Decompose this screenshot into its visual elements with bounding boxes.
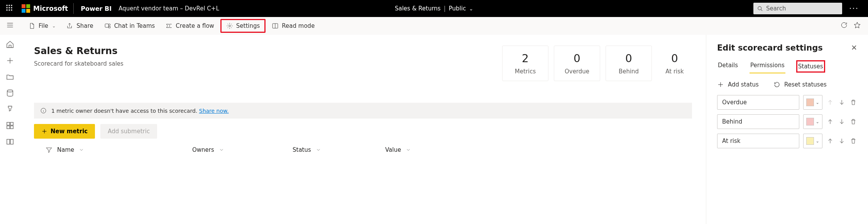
move-down-button[interactable]: [838, 118, 846, 126]
status-color-picker[interactable]: ⌄: [803, 95, 822, 110]
tile-label: At risk: [665, 68, 684, 75]
status-name-input[interactable]: Overdue: [717, 95, 799, 110]
add-submetric-label: Add submetric: [108, 128, 150, 135]
create-nav[interactable]: [6, 56, 14, 65]
favorite-button[interactable]: [853, 21, 861, 31]
tile-value: 2: [522, 52, 529, 65]
flow-icon: [166, 22, 173, 29]
col-value[interactable]: Value: [385, 146, 401, 153]
col-status[interactable]: Status: [293, 146, 311, 153]
chevron-down-icon: ⌄: [52, 24, 56, 29]
tile-value: 0: [625, 52, 632, 65]
ms-brand: Microsoft: [33, 5, 68, 12]
chevron-down-icon[interactable]: [79, 147, 84, 153]
filter-icon[interactable]: [46, 146, 52, 153]
datahub-nav[interactable]: [6, 89, 14, 97]
status-color-picker[interactable]: ⌄: [803, 134, 822, 148]
readmode-icon: [272, 22, 279, 29]
move-up-button: [826, 98, 834, 106]
svg-line-10: [761, 9, 762, 11]
tile-atrisk[interactable]: 0 At risk: [657, 46, 692, 81]
tile-label: Behind: [619, 68, 639, 75]
nav-toggle[interactable]: [6, 21, 14, 31]
report-title: Sales & Returns: [395, 5, 441, 12]
workspace-breadcrumb[interactable]: Aquent vendor team – DevRel C+L: [118, 5, 219, 12]
plus-icon: [41, 128, 47, 134]
svg-point-9: [758, 6, 761, 10]
status-name-input[interactable]: At risk: [717, 134, 799, 148]
more-options[interactable]: ···: [849, 4, 859, 13]
create-flow-button[interactable]: Create a flow: [161, 20, 218, 32]
move-up-button[interactable]: [826, 137, 834, 145]
svg-rect-4: [9, 7, 10, 8]
left-nav-rail: [0, 35, 20, 224]
svg-rect-25: [10, 126, 13, 129]
svg-rect-1: [9, 5, 10, 6]
tab-details[interactable]: Details: [717, 60, 739, 73]
svg-point-15: [108, 24, 110, 26]
apps-nav[interactable]: [6, 121, 14, 130]
read-mode-button[interactable]: Read mode: [267, 20, 319, 32]
delete-status-button[interactable]: [849, 137, 857, 145]
search-icon: [757, 6, 763, 12]
col-name[interactable]: Name: [57, 146, 74, 153]
teams-icon: [104, 22, 111, 29]
reset-icon: [773, 81, 780, 88]
add-status-button[interactable]: Add status: [717, 81, 759, 88]
flow-label: Create a flow: [176, 22, 214, 29]
tile-value: 0: [671, 52, 678, 65]
metrics-table-header: Name Owners Status Value: [34, 146, 692, 153]
product-name[interactable]: Power BI: [74, 5, 118, 12]
svg-rect-6: [7, 10, 8, 11]
browse-nav[interactable]: [6, 73, 14, 81]
share-button[interactable]: Share: [62, 20, 98, 32]
share-now-link[interactable]: Share now.: [199, 108, 229, 114]
ms-logo-icon: [22, 4, 30, 13]
refresh-button[interactable]: [840, 21, 848, 31]
col-owners[interactable]: Owners: [192, 146, 214, 153]
tab-statuses[interactable]: Statuses: [796, 60, 825, 73]
move-down-button[interactable]: [838, 137, 846, 145]
tab-permissions[interactable]: Permissions: [750, 60, 785, 73]
svg-rect-14: [105, 24, 108, 27]
reset-statuses-button[interactable]: Reset statuses: [773, 81, 827, 88]
chevron-down-icon[interactable]: [219, 147, 224, 153]
file-menu[interactable]: File ⌄: [24, 20, 60, 32]
chevron-down-icon: ⌄: [469, 6, 473, 12]
learn-nav[interactable]: [6, 137, 14, 146]
status-name-input[interactable]: Behind: [717, 114, 799, 129]
page-subtitle: Scorecard for skateboard sales: [34, 60, 124, 67]
add-submetric-button: Add submetric: [100, 124, 157, 139]
tile-behind[interactable]: 0 Behind: [606, 46, 652, 81]
reset-statuses-label: Reset statuses: [784, 81, 827, 88]
chevron-down-icon[interactable]: [316, 147, 321, 153]
metrics-nav[interactable]: [6, 105, 14, 114]
status-row: Behind ⌄: [717, 114, 857, 129]
chevron-down-icon[interactable]: [406, 147, 411, 153]
status-color-picker[interactable]: ⌄: [803, 114, 822, 129]
visibility-label: Public: [449, 5, 466, 12]
svg-point-16: [229, 25, 231, 27]
delete-status-button[interactable]: [849, 118, 857, 126]
search-placeholder: Search: [766, 5, 786, 12]
svg-rect-7: [9, 10, 10, 11]
svg-rect-5: [11, 7, 12, 8]
chat-in-teams-button[interactable]: Chat in Teams: [100, 20, 160, 32]
svg-rect-23: [10, 122, 13, 125]
svg-rect-24: [7, 126, 10, 129]
title-bar-center[interactable]: Sales & Returns | Public ⌄: [395, 5, 473, 12]
home-nav[interactable]: [6, 40, 14, 49]
app-launcher[interactable]: [0, 4, 19, 13]
move-down-button[interactable]: [838, 98, 846, 106]
search-input[interactable]: Search: [753, 3, 842, 14]
svg-rect-3: [7, 7, 8, 8]
delete-status-button[interactable]: [849, 98, 857, 106]
close-panel-button[interactable]: ✕: [851, 43, 857, 52]
info-icon: [40, 107, 47, 114]
status-row: At risk ⌄: [717, 134, 857, 148]
settings-button[interactable]: Settings: [220, 19, 266, 33]
new-metric-button[interactable]: New metric: [34, 124, 95, 139]
tile-metrics[interactable]: 2 Metrics: [502, 46, 548, 81]
move-up-button[interactable]: [826, 118, 834, 126]
tile-overdue[interactable]: 0 Overdue: [554, 46, 600, 81]
